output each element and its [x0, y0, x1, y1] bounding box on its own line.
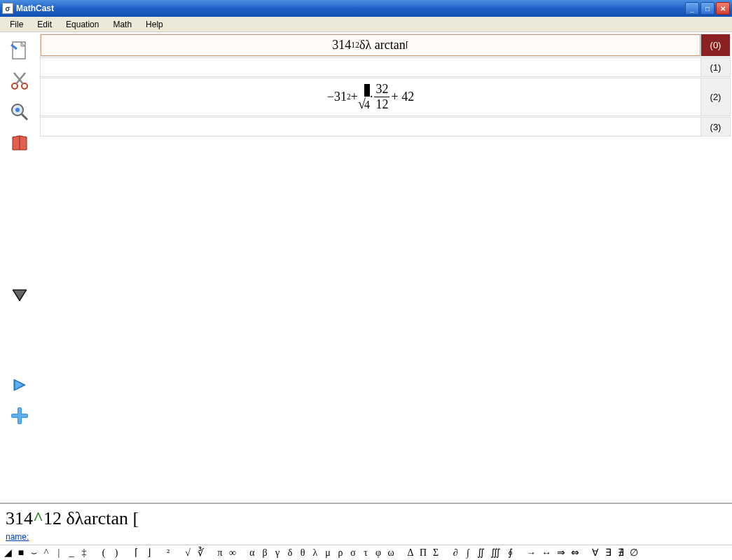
input-part1: 314: [6, 508, 33, 528]
eq2-frac-num: 32: [374, 82, 389, 97]
symbol-29[interactable]: ρ: [334, 547, 347, 559]
equation-content-2[interactable]: −312 + √ 4 · 32 12 + 42: [41, 78, 700, 115]
eq2-frac-den: 12: [374, 97, 389, 112]
menu-math[interactable]: Math: [106, 18, 139, 31]
window-title: MathCast: [16, 4, 685, 13]
symbol-26[interactable]: θ: [296, 547, 309, 559]
symbol-bar: ◢■⌣^|_‡()⌈⌋²√∛π∞αβγδθλμρστφωΔΠΣ∂∫∬∭∮→↔⇒⇔…: [0, 545, 732, 560]
symbol-0[interactable]: ◢: [1, 547, 15, 559]
symbol-3[interactable]: ^: [40, 547, 53, 559]
equation-content-1[interactable]: [41, 58, 700, 76]
name-row: name:: [0, 531, 732, 545]
symbol-25[interactable]: δ: [284, 547, 296, 559]
minimize-button[interactable]: _: [685, 2, 699, 15]
edit-cursor: [364, 84, 370, 97]
equation-row-2[interactable]: −312 + √ 4 · 32 12 + 42 (2): [40, 78, 731, 116]
eq2-lead: −31: [327, 90, 347, 104]
symbol-51[interactable]: ∃: [602, 547, 614, 559]
symbol-31[interactable]: τ: [359, 547, 372, 559]
equation-row-1[interactable]: (1): [40, 57, 731, 77]
symbol-8[interactable]: (: [97, 547, 110, 559]
symbol-2[interactable]: ⌣: [27, 547, 40, 559]
symbol-37[interactable]: Σ: [429, 547, 442, 559]
equation-panel: 31412δλ arctan⌈ (0) (1) −312 + √ 4 ·: [39, 32, 732, 503]
name-link[interactable]: name:: [6, 532, 29, 542]
symbol-32[interactable]: φ: [372, 547, 385, 559]
left-toolbar: [0, 32, 39, 503]
menu-file[interactable]: File: [3, 18, 30, 31]
eq2-plus1: +: [351, 90, 358, 104]
equation-number-2: (2): [700, 78, 730, 115]
equation-number-3: (3): [700, 118, 730, 136]
symbol-39[interactable]: ∂: [449, 547, 462, 559]
symbol-9[interactable]: ): [110, 547, 123, 559]
symbol-12[interactable]: ⌋: [142, 547, 155, 559]
scissors-icon: [8, 70, 31, 92]
add-button[interactable]: [6, 402, 34, 430]
symbol-40[interactable]: ∫: [462, 547, 474, 559]
titlebar: σ MathCast _ □ ✕: [0, 0, 732, 17]
dropdown-triangle-icon: [8, 284, 31, 307]
main-area: 31412δλ arctan⌈ (0) (1) −312 + √ 4 ·: [0, 32, 732, 503]
equation-content-3[interactable]: [41, 118, 700, 136]
equation-row-0[interactable]: 31412δλ arctan⌈ (0): [40, 34, 731, 57]
symbol-35[interactable]: Δ: [404, 547, 417, 559]
symbol-16[interactable]: √: [181, 547, 194, 559]
equation-number-1: (1): [700, 58, 730, 76]
input-part2: 12 δλarctan [: [43, 508, 139, 528]
svg-point-5: [15, 108, 20, 112]
symbol-23[interactable]: β: [258, 547, 271, 559]
menu-help[interactable]: Help: [139, 18, 170, 31]
symbol-45[interactable]: →: [523, 547, 539, 559]
input-caret: ^: [33, 508, 43, 528]
menu-equation[interactable]: Equation: [59, 18, 106, 31]
symbol-4[interactable]: |: [53, 547, 65, 559]
plus-icon: [8, 405, 31, 427]
preview-button[interactable]: [6, 98, 34, 126]
symbol-33[interactable]: ω: [385, 547, 397, 559]
symbol-30[interactable]: σ: [347, 547, 359, 559]
symbol-50[interactable]: ∀: [589, 547, 602, 559]
sqrt-expression: √ 4: [358, 83, 370, 112]
symbol-47[interactable]: ⇒: [554, 547, 568, 559]
symbol-20[interactable]: ∞: [226, 547, 239, 559]
symbol-36[interactable]: Π: [417, 547, 429, 559]
symbol-1[interactable]: ■: [15, 547, 27, 559]
equation-row-3[interactable]: (3): [40, 117, 731, 136]
symbol-27[interactable]: λ: [309, 547, 322, 559]
eq2-fraction: 32 12: [374, 82, 389, 112]
symbol-11[interactable]: ⌈: [130, 547, 142, 559]
maximize-button[interactable]: □: [700, 2, 714, 15]
book-button[interactable]: [6, 129, 34, 157]
nav-right-button[interactable]: [6, 371, 34, 399]
cut-button[interactable]: [6, 67, 34, 95]
symbol-6[interactable]: ‡: [78, 547, 90, 559]
dropdown-button[interactable]: [6, 281, 34, 309]
symbol-43[interactable]: ∮: [504, 547, 516, 559]
symbol-19[interactable]: π: [214, 547, 226, 559]
menu-edit[interactable]: Edit: [30, 18, 59, 31]
symbol-42[interactable]: ∭: [488, 547, 504, 559]
new-document-button[interactable]: [6, 36, 34, 64]
symbol-14[interactable]: ²: [162, 547, 174, 559]
symbol-46[interactable]: ↔: [539, 547, 554, 559]
symbol-22[interactable]: α: [246, 547, 258, 559]
symbol-17[interactable]: ∛: [194, 547, 207, 559]
eq2-sqrt-arg: 4: [364, 99, 370, 111]
symbol-28[interactable]: μ: [322, 547, 334, 559]
equation-input[interactable]: 314^12 δλarctan [: [0, 504, 732, 531]
symbol-48[interactable]: ⇔: [568, 547, 582, 559]
close-button[interactable]: ✕: [716, 2, 730, 15]
menubar: File Edit Equation Math Help: [0, 17, 732, 32]
symbol-53[interactable]: ∅: [627, 547, 641, 559]
eq2-dot: ·: [370, 90, 373, 104]
magnify-icon: [8, 101, 31, 123]
equation-content-0[interactable]: 31412δλ arctan⌈: [41, 34, 700, 56]
symbol-52[interactable]: ∄: [614, 547, 627, 559]
symbol-24[interactable]: γ: [271, 547, 284, 559]
eq2-plus2: + 42: [391, 90, 414, 104]
book-icon: [8, 132, 31, 154]
app-icon: σ: [2, 3, 13, 14]
symbol-41[interactable]: ∬: [474, 547, 488, 559]
symbol-5[interactable]: _: [65, 547, 78, 559]
